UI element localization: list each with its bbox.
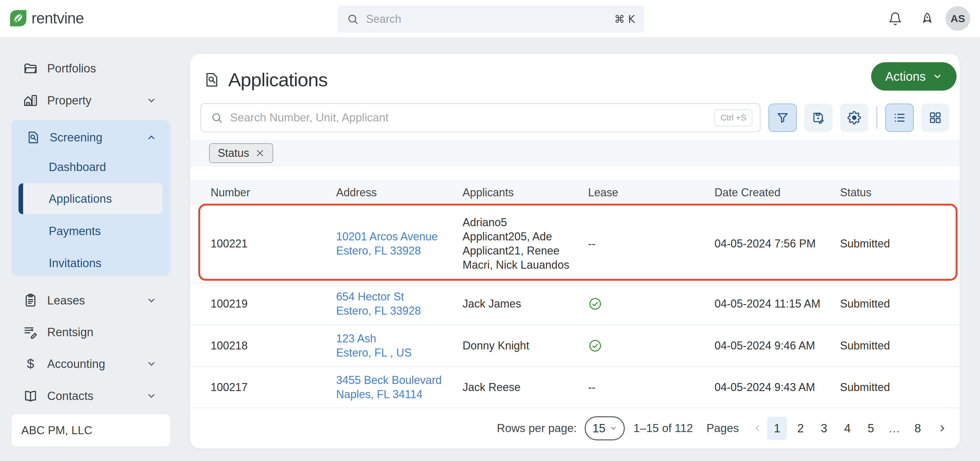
cell-status: Submitted [830, 381, 960, 394]
table-header-row: Number Address Applicants Lease Date Cre… [190, 180, 960, 205]
cell-address: 654 Hector St Estero, FL 33928 [326, 290, 452, 318]
cell-number: 100218 [200, 339, 326, 352]
page-number-button[interactable]: 3 [814, 417, 834, 440]
sidebar-item-invitations[interactable]: Invitations [11, 249, 170, 278]
page-number-button[interactable]: 8 [908, 417, 928, 440]
table-row[interactable]: 100218 123 Ash Estero, FL , US Donny Kni… [190, 325, 960, 366]
sidebar-item-contacts[interactable]: Contacts [0, 380, 170, 411]
save-view-button[interactable] [804, 103, 833, 132]
sidebar-item-label: Contacts [47, 390, 94, 403]
cell-status: Submitted [830, 237, 960, 250]
sidebar-item-applications[interactable]: Applications [19, 183, 162, 214]
lease-approved-check-icon [588, 339, 602, 353]
column-header-status[interactable]: Status [830, 186, 960, 199]
page-number-button[interactable]: 4 [838, 417, 857, 440]
table-row[interactable]: 100219 654 Hector St Estero, FL 33928 Ja… [190, 283, 960, 325]
chevron-down-icon [146, 295, 157, 306]
signature-pencil-icon [23, 325, 38, 340]
sidebar-item-leases[interactable]: Leases [0, 285, 170, 316]
table-search[interactable]: Ctrl +S [200, 103, 760, 132]
page-number-button[interactable]: 5 [861, 417, 881, 440]
table-search-input[interactable] [230, 111, 707, 124]
cell-applicants: Donny Knight [452, 339, 578, 352]
sidebar-item-label: Portfolios [47, 62, 96, 75]
filter-button[interactable] [768, 103, 797, 132]
sidebar-item-label: Applications [49, 192, 112, 206]
sidebar-item-payments[interactable]: Payments [11, 216, 170, 246]
sidebar-item-label: Screening [50, 131, 102, 144]
rocket-icon[interactable] [920, 12, 934, 26]
notifications-bell-icon[interactable] [888, 12, 902, 26]
cell-number: 100219 [200, 297, 326, 311]
sidebar-item-screening[interactable]: Screening [11, 123, 170, 152]
address-link[interactable]: 10201 Arcos Avenue [336, 230, 452, 244]
table-row[interactable]: 100221 10201 Arcos Avenue Estero, FL 339… [190, 205, 960, 283]
table-toolbar: Ctrl +S [200, 103, 950, 132]
global-search-input[interactable] [366, 13, 607, 25]
brand-logo[interactable]: rentvine [9, 9, 84, 27]
document-search-icon [26, 130, 40, 144]
cell-lease [578, 339, 704, 353]
sidebar-item-label: Property [47, 94, 92, 107]
column-header-address[interactable]: Address [326, 186, 452, 199]
cell-date-created: 04-05-2024 9:46 AM [704, 339, 830, 352]
sidebar-item-label: Accounting [47, 358, 105, 371]
cell-lease: -- [578, 237, 704, 250]
actions-button[interactable]: Actions [871, 62, 956, 90]
page-title: Applications [228, 69, 328, 90]
cell-applicants: Jack James [452, 297, 578, 311]
grid-view-button[interactable] [921, 103, 950, 132]
gear-icon [847, 111, 861, 125]
settings-button[interactable] [840, 103, 869, 132]
applications-card: Applications Actions Ctrl +S [190, 54, 960, 448]
chevron-down-icon [146, 95, 157, 106]
address-link[interactable]: 3455 Beck Boulevard [336, 373, 452, 387]
sidebar-item-portfolios[interactable]: Portfolios [0, 53, 170, 84]
user-avatar[interactable]: AS [945, 6, 970, 31]
table-search-shortcut: Ctrl +S [714, 109, 752, 126]
company-selector[interactable]: ABC PM, LLC [11, 414, 170, 447]
status-filter-chip[interactable]: Status [209, 143, 273, 163]
column-header-lease[interactable]: Lease [578, 186, 704, 199]
address-link[interactable]: Estero, FL 33928 [336, 304, 452, 318]
address-link[interactable]: Estero, FL , US [336, 346, 452, 360]
global-search[interactable]: ⌘ K [338, 6, 644, 33]
rentvine-leaf-icon [9, 9, 27, 27]
address-link[interactable]: 654 Hector St [336, 290, 452, 304]
column-header-date-created[interactable]: Date Created [704, 186, 830, 199]
address-link[interactable]: Naples, FL 34114 [336, 387, 452, 402]
cell-applicants: Adriano5 Applicant205, Ade Applicant21, … [452, 215, 578, 272]
sidebar-item-accounting[interactable]: $ Accounting [0, 349, 170, 379]
sidebar-item-rentsign[interactable]: Rentsign [0, 317, 170, 348]
address-link[interactable]: 123 Ash [336, 331, 452, 346]
cell-status: Submitted [830, 297, 960, 311]
pagination-range: 1–15 of 112 [633, 422, 693, 435]
filter-chip-band: Status [190, 139, 960, 167]
page-number-button[interactable]: 1 [767, 417, 787, 440]
column-header-applicants[interactable]: Applicants [452, 186, 578, 199]
sidebar-item-label: Dashboard [49, 160, 106, 174]
top-bar: rentvine ⌘ K AS [0, 0, 980, 37]
folder-icon [23, 61, 38, 76]
sidebar-item-property[interactable]: Property [0, 85, 170, 116]
list-view-icon [893, 111, 906, 125]
table-row[interactable]: 100217 3455 Beck Boulevard Naples, FL 34… [190, 366, 960, 408]
cell-number: 100221 [200, 237, 326, 250]
rows-per-page-select[interactable]: 15 [585, 416, 625, 440]
cell-address: 3455 Beck Boulevard Naples, FL 34114 [326, 373, 452, 402]
close-icon[interactable] [255, 149, 264, 158]
next-page-button[interactable] [936, 420, 948, 437]
sidebar-item-label: Leases [47, 294, 85, 307]
filter-funnel-icon [776, 111, 789, 125]
company-name: ABC PM, LLC [21, 424, 92, 437]
table-body: 100221 10201 Arcos Avenue Estero, FL 339… [190, 205, 960, 408]
page-number-button[interactable]: 2 [791, 417, 810, 440]
previous-page-button[interactable] [751, 420, 764, 437]
list-view-button[interactable] [885, 103, 914, 132]
column-header-number[interactable]: Number [200, 186, 326, 199]
sidebar-item-dashboard[interactable]: Dashboard [11, 152, 170, 182]
address-link[interactable]: Estero, FL 33928 [336, 244, 452, 258]
document-search-icon [204, 71, 220, 88]
page-header: Applications [204, 69, 328, 90]
clipboard-icon [23, 293, 38, 308]
